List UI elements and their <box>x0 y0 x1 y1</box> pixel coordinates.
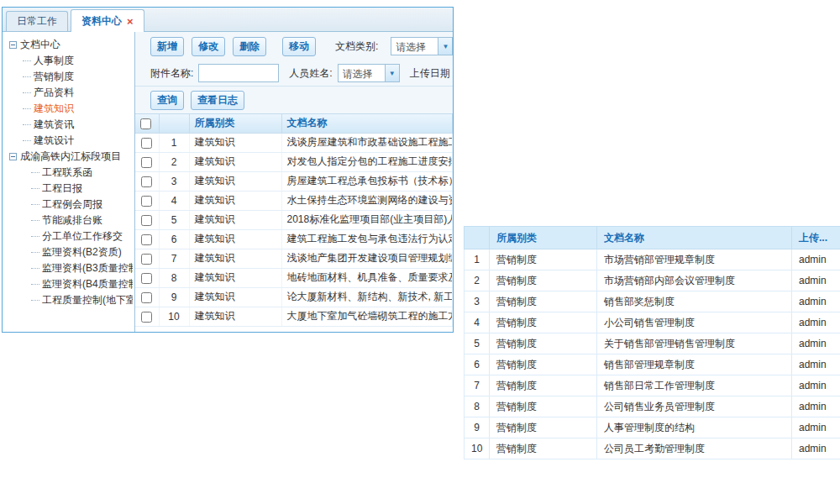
row-select-cell <box>135 229 159 249</box>
tree-node[interactable]: 建筑知识 <box>4 101 133 117</box>
row-name: 公司员工考勤管理制度 <box>597 438 792 459</box>
row-select-cell <box>135 152 159 171</box>
tree-node[interactable]: 节能减排台账 <box>4 213 133 228</box>
attachment-name-label: 附件名称: <box>150 66 193 81</box>
row-checkbox[interactable] <box>141 215 152 226</box>
chevron-down-icon[interactable]: ▼ <box>438 38 452 55</box>
tree-node-label: 建筑知识 <box>34 102 74 116</box>
row-category: 营销制度 <box>490 333 597 354</box>
row-category: 建筑知识 <box>189 191 281 210</box>
doc-category-select[interactable]: 请选择 ▼ <box>391 37 453 55</box>
row-category: 建筑知识 <box>189 287 281 307</box>
tree-node[interactable]: 监理资料(B3质量控制) <box>4 260 133 276</box>
select-all-checkbox[interactable] <box>140 118 151 129</box>
attachment-name-input[interactable] <box>198 64 279 82</box>
row-checkbox[interactable] <box>141 157 152 168</box>
collapse-minus-icon[interactable] <box>9 41 17 49</box>
row-number: 3 <box>465 291 490 312</box>
row-checkbox[interactable] <box>141 176 152 187</box>
document-table: 所属别类 文档名称 1 建筑知识 浅谈房屋建筑和市 <box>135 113 453 332</box>
document-row[interactable]: 6 营销制度 销售部管理规章制度 admin <box>465 354 840 375</box>
row-name: 小公司销售管理制度 <box>597 312 792 333</box>
document-row[interactable]: 1 营销制度 市场营销部管理规章制度 admin <box>465 249 840 270</box>
row-number: 7 <box>465 375 490 396</box>
person-name-value: 请选择 <box>339 65 385 81</box>
document-row[interactable]: 7 建筑知识 浅谈地产集团开发建设项目管理规划编... <box>135 249 453 268</box>
document-row[interactable]: 9 营销制度 人事管理制度的结构 admin <box>465 417 840 438</box>
tree-node[interactable]: 建筑设计 <box>4 133 133 149</box>
row-name: 公司销售业务员管理制度 <box>597 396 792 417</box>
document-row[interactable]: 2 建筑知识 对发包人指定分包的工程施工进度安排... <box>135 152 453 171</box>
tree-node[interactable]: 建筑资讯 <box>4 117 133 133</box>
chevron-down-icon[interactable]: ▼ <box>385 65 399 81</box>
row-category: 营销制度 <box>490 312 597 333</box>
tree-node[interactable]: 成渝高铁内江标段项目 <box>4 149 133 165</box>
tree-node[interactable]: 人事制度 <box>4 53 133 69</box>
tree-node[interactable]: 产品资料 <box>4 85 133 101</box>
tab-data-center[interactable]: 资料中心 × <box>71 9 144 32</box>
document-row[interactable]: 3 营销制度 销售部奖惩制度 admin <box>465 291 840 312</box>
row-select-cell <box>135 133 159 152</box>
row-uploader: admin <box>792 270 840 291</box>
row-checkbox[interactable] <box>141 273 152 284</box>
tab-close-icon[interactable]: × <box>127 16 134 27</box>
delete-button[interactable]: 删除 <box>233 37 266 56</box>
document-row[interactable]: 8 营销制度 公司销售业务员管理制度 admin <box>465 396 840 417</box>
view-log-button[interactable]: 查看日志 <box>191 91 244 110</box>
collapse-minus-icon[interactable] <box>9 153 17 160</box>
row-checkbox[interactable] <box>141 292 152 303</box>
document-row[interactable]: 6 建筑知识 建筑工程施工发包与承包违法行为认定... <box>135 229 453 249</box>
row-number: 8 <box>159 268 189 287</box>
document-row[interactable]: 4 建筑知识 水土保持生态环境监测网络的建设与资... <box>135 191 453 210</box>
move-button[interactable]: 移动 <box>282 37 316 56</box>
document-row[interactable]: 10 营销制度 公司员工考勤管理制度 admin <box>465 438 840 459</box>
tree-node[interactable]: 工程例会周报 <box>4 197 133 213</box>
document-row[interactable]: 2 营销制度 市场营销部内部会议管理制度 admin <box>465 270 840 291</box>
tree-node[interactable]: 监理资料(B4质量控制) <box>4 276 133 292</box>
document-row[interactable]: 10 建筑知识 大厦地下室加气砼墙砌筑工程的施工方... <box>135 307 453 326</box>
row-checkbox[interactable] <box>141 234 152 245</box>
tree-node-label: 监理资料(B3质量控制) <box>42 261 133 276</box>
tree-branch-line <box>23 76 31 77</box>
row-name: 地砖地面材料、机具准备、质量要求及... <box>281 268 453 287</box>
document-row[interactable]: 5 营销制度 关于销售部管理销售管理制度 admin <box>465 333 840 354</box>
query-button[interactable]: 查询 <box>150 91 184 110</box>
row-checkbox[interactable] <box>141 254 152 265</box>
row-category: 建筑知识 <box>189 210 281 229</box>
row-checkbox[interactable] <box>141 138 152 149</box>
marketing-docs-table: 所属别类 文档名称 上传... 1 营销制度 市场营销部管理规章制度 admin <box>464 226 840 463</box>
document-row[interactable]: 4 营销制度 小公司销售管理制度 admin <box>465 312 840 333</box>
row-uploader: admin <box>792 417 840 438</box>
tab-daily-work[interactable]: 日常工作 <box>6 11 68 31</box>
row-uploader: admin <box>792 312 840 333</box>
tree-node-label: 监理资料(B4质量控制) <box>42 277 133 291</box>
row-number: 5 <box>465 333 490 354</box>
row-name: 浅谈房屋建筑和市政基础设施工程施工... <box>281 133 453 152</box>
edit-button[interactable]: 修改 <box>192 37 225 56</box>
person-name-select[interactable]: 请选择 ▼ <box>338 64 400 82</box>
row-select-cell <box>135 268 159 287</box>
document-row[interactable]: 7 营销制度 销售部日常工作管理制度 admin <box>465 375 840 396</box>
tree-node[interactable]: 营销制度 <box>4 69 133 85</box>
tree-node[interactable]: 监理资料(B2资质) <box>4 244 133 260</box>
tree-node[interactable]: 文档中心 <box>4 37 133 53</box>
add-button[interactable]: 新增 <box>150 37 184 56</box>
row-checkbox[interactable] <box>141 196 152 207</box>
row-name: 2018标准化监理项目部(业主项目部)人员... <box>281 210 453 229</box>
tree-node[interactable]: 工程质量控制(地下室) <box>4 292 133 308</box>
row-uploader: admin <box>792 333 840 354</box>
row-checkbox[interactable] <box>141 312 152 323</box>
row-category: 营销制度 <box>490 270 597 291</box>
row-select-cell <box>135 210 159 229</box>
document-row[interactable]: 8 建筑知识 地砖地面材料、机具准备、质量要求及... <box>135 268 453 287</box>
document-row[interactable]: 9 建筑知识 论大厦新材料、新结构、新技术, 新工... <box>135 287 453 307</box>
tree-node[interactable]: 工程联系函 <box>4 165 133 181</box>
tree-node[interactable]: 工程日报 <box>4 181 133 197</box>
row-number: 4 <box>159 191 189 210</box>
tree-node[interactable]: 分工单位工作移交 <box>4 228 133 244</box>
row-name: 建筑工程施工发包与承包违法行为认定... <box>281 229 453 249</box>
document-row[interactable]: 3 建筑知识 房屋建筑工程总承包投标书（技术标）... <box>135 171 453 191</box>
uploader-header: 上传... <box>792 227 840 249</box>
document-row[interactable]: 1 建筑知识 浅谈房屋建筑和市政基础设施工程施工... <box>135 133 453 152</box>
document-row[interactable]: 5 建筑知识 2018标准化监理项目部(业主项目部)人员... <box>135 210 453 229</box>
